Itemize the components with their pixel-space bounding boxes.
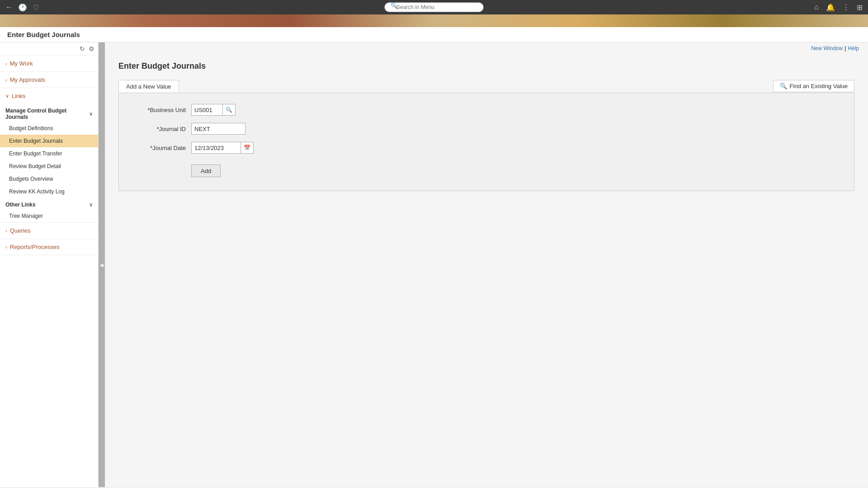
- history-icon[interactable]: 🕐: [18, 3, 27, 12]
- find-existing-button[interactable]: 🔍 Find an Existing Value: [773, 80, 854, 92]
- help-link[interactable]: Help: [848, 45, 859, 52]
- business-unit-search-button[interactable]: 🔍: [223, 104, 236, 116]
- search-input[interactable]: [384, 2, 484, 12]
- apps-icon[interactable]: ⊞: [857, 3, 863, 12]
- top-bar-left: ← 🕐 ♡: [5, 3, 39, 12]
- journal-id-label: *Journal ID: [132, 126, 191, 132]
- search-icon-btn: 🔍: [780, 83, 787, 89]
- chevron-queries: ›: [5, 228, 7, 234]
- sidebar-item-my-work[interactable]: › My Work: [0, 56, 98, 71]
- tab-add-new-value[interactable]: Add a New Value: [118, 80, 179, 93]
- group-other-links-label: Other Links: [5, 202, 36, 208]
- journal-id-row: *Journal ID: [132, 123, 840, 135]
- favorites-icon[interactable]: ♡: [33, 3, 39, 12]
- sidebar-collapse-handle[interactable]: ◀: [99, 42, 105, 487]
- sidebar-label-my-approvals: My Approvals: [10, 76, 45, 83]
- sidebar-toolbar: ↻ ⚙: [0, 42, 98, 56]
- more-icon[interactable]: ⋮: [842, 3, 849, 12]
- section-links: ∨ Links Manage Control Budget Journals ∨…: [0, 88, 98, 223]
- sidebar-label-my-work: My Work: [10, 60, 33, 67]
- sidebar-label-queries: Queries: [10, 227, 31, 234]
- section-queries: › Queries: [0, 223, 98, 239]
- page-title-bar: Enter Budget Journals: [0, 27, 868, 42]
- calendar-button[interactable]: 📅: [241, 142, 254, 154]
- business-unit-input[interactable]: [191, 104, 223, 116]
- section-my-approvals: › My Approvals: [0, 72, 98, 88]
- form-panel: *Business Unit 🔍 *Journal ID: [118, 93, 854, 191]
- journal-date-input[interactable]: [191, 142, 241, 154]
- business-unit-row: *Business Unit 🔍: [132, 104, 840, 116]
- chevron-my-approvals: ›: [5, 77, 7, 83]
- new-window-link[interactable]: New Window: [811, 45, 843, 52]
- sidebar-label-links: Links: [12, 93, 25, 99]
- add-button[interactable]: Add: [191, 164, 221, 177]
- sidebar-item-budgets-overview[interactable]: Budgets Overview: [0, 173, 98, 185]
- sidebar-item-links[interactable]: ∨ Links: [0, 88, 98, 104]
- sidebar-item-reports-processes[interactable]: › Reports/Processes: [0, 239, 98, 255]
- header-separator: |: [844, 45, 846, 52]
- top-bar-right: ⌂ 🔔 ⋮ ⊞: [814, 3, 863, 12]
- group-other-links: Other Links ∨: [0, 198, 98, 210]
- group-manage-control-label: Manage Control Budget Journals: [5, 108, 89, 120]
- tab-header-row: Add a New Value 🔍 Find an Existing Value: [118, 80, 854, 93]
- sidebar-item-my-approvals[interactable]: › My Approvals: [0, 72, 98, 88]
- journal-date-label: *Journal Date: [132, 145, 191, 151]
- sidebar-item-queries[interactable]: › Queries: [0, 223, 98, 239]
- collapse-other-links[interactable]: ∨: [89, 202, 93, 208]
- main-layout: ↻ ⚙ › My Work › My Approvals ∨ Links: [0, 42, 868, 487]
- refresh-icon[interactable]: ↻: [80, 45, 85, 52]
- chevron-links: ∨: [5, 93, 9, 99]
- sidebar-item-review-budget-detail[interactable]: Review Budget Detail: [0, 160, 98, 173]
- content-inner: Enter Budget Journals Add a New Value 🔍 …: [105, 54, 868, 198]
- add-button-row: Add: [132, 161, 840, 177]
- bell-icon[interactable]: 🔔: [826, 3, 835, 12]
- sidebar: ↻ ⚙ › My Work › My Approvals ∨ Links: [0, 42, 99, 487]
- sidebar-item-budget-definitions[interactable]: Budget Definitions: [0, 122, 98, 135]
- journal-date-input-group: 📅: [191, 142, 254, 154]
- journal-date-row: *Journal Date 📅: [132, 142, 840, 154]
- sidebar-item-enter-budget-journals[interactable]: Enter Budget Journals: [0, 135, 98, 147]
- section-my-work: › My Work: [0, 56, 98, 72]
- business-unit-input-group: 🔍: [191, 104, 236, 116]
- content-header: New Window | Help: [105, 42, 868, 54]
- content-section-title: Enter Budget Journals: [118, 61, 854, 71]
- group-manage-control: Manage Control Budget Journals ∨: [0, 104, 98, 122]
- back-icon[interactable]: ←: [5, 3, 13, 11]
- business-unit-label: *Business Unit: [132, 107, 191, 113]
- sidebar-item-review-kk-activity-log[interactable]: Review KK Activity Log: [0, 185, 98, 198]
- page-title: Enter Budget Journals: [7, 31, 80, 38]
- chevron-my-work: ›: [5, 61, 7, 66]
- collapse-manage-control[interactable]: ∨: [89, 111, 93, 117]
- section-reports-processes: › Reports/Processes: [0, 239, 98, 255]
- sidebar-label-reports-processes: Reports/Processes: [10, 244, 60, 250]
- journal-id-input[interactable]: [191, 123, 245, 135]
- banner: [0, 14, 868, 27]
- sidebar-item-tree-manager[interactable]: Tree Manager: [0, 210, 98, 222]
- top-bar: ← 🕐 ♡ 🔍 ⌂ 🔔 ⋮ ⊞: [0, 0, 868, 14]
- find-existing-label: Find an Existing Value: [790, 83, 848, 89]
- collapse-handle-icon: ◀: [100, 263, 104, 267]
- content-area: New Window | Help Enter Budget Journals …: [105, 42, 868, 487]
- chevron-reports-processes: ›: [5, 244, 7, 250]
- settings-icon[interactable]: ⚙: [89, 45, 94, 52]
- home-icon[interactable]: ⌂: [814, 3, 819, 11]
- sidebar-item-enter-budget-transfer[interactable]: Enter Budget Transfer: [0, 147, 98, 160]
